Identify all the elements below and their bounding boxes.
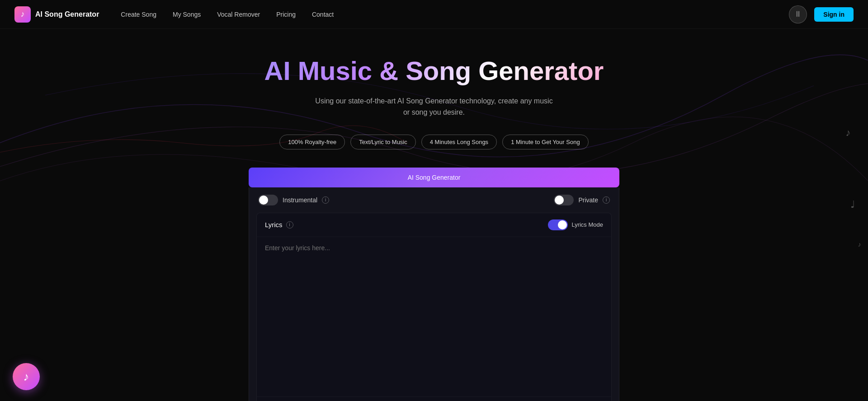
main-content: AI Music & Song Generator Using our stat… (0, 29, 868, 401)
private-info-icon[interactable]: i (603, 196, 610, 204)
brand-icon: ♪ (14, 6, 31, 23)
private-toggle-group: Private i (554, 195, 610, 205)
nav-link-vocal-remover[interactable]: Vocal Remover (217, 11, 260, 18)
instrumental-info-icon[interactable]: i (322, 196, 329, 204)
badge-royalty-free: 100% Royalty-free (279, 135, 345, 149)
nav-links: Create Song My Songs Vocal Remover Prici… (121, 11, 789, 18)
avatar-button[interactable]: ⏸ (789, 5, 807, 23)
lyrics-input[interactable] (257, 237, 611, 395)
lyrics-section: Lyrics i Lyrics Mode AI Lyrics Generate … (256, 213, 612, 401)
navbar: ♪ AI Song Generator Create Song My Songs… (0, 0, 868, 29)
lyrics-mode-label: Lyrics Mode (571, 221, 603, 228)
nav-link-contact[interactable]: Contact (312, 11, 334, 18)
lyrics-info-icon[interactable]: i (286, 221, 293, 228)
lyrics-title-group: Lyrics i (265, 221, 293, 228)
hero-subtitle: Using our state-of-the-art AI Song Gener… (312, 95, 556, 118)
badge-long-songs: 4 Minutes Long Songs (421, 135, 497, 149)
lyrics-mode-group: Lyrics Mode (548, 219, 603, 230)
bottom-fab[interactable]: ♪ (13, 363, 40, 390)
fab-icon: ♪ (24, 370, 29, 384)
badge-text-lyric: Text/Lyric to Music (350, 135, 415, 149)
private-toggle[interactable] (554, 195, 574, 205)
nav-link-create-song[interactable]: Create Song (121, 11, 156, 18)
instrumental-label: Instrumental (283, 196, 317, 204)
nav-link-pricing[interactable]: Pricing (276, 11, 296, 18)
nav-link-my-songs[interactable]: My Songs (173, 11, 201, 18)
private-label: Private (578, 196, 598, 204)
brand[interactable]: ♪ AI Song Generator (14, 6, 99, 23)
card-toggles: Instrumental i Private i (249, 187, 619, 213)
feature-badges: 100% Royalty-free Text/Lyric to Music 4 … (279, 135, 588, 149)
navbar-right: ⏸ Sign in (789, 5, 854, 23)
tab-bar-label: AI Song Generator (408, 174, 461, 181)
badge-quick-gen: 1 Minute to Get Your Song (502, 135, 589, 149)
hero-title: AI Music & Song Generator (264, 56, 604, 86)
brand-name: AI Song Generator (35, 10, 99, 19)
lyrics-title: Lyrics (265, 221, 283, 228)
lyrics-header: Lyrics i Lyrics Mode (257, 213, 611, 237)
instrumental-toggle-group: Instrumental i (258, 195, 329, 205)
instrumental-toggle[interactable] (258, 195, 278, 205)
lyrics-mode-toggle[interactable] (548, 219, 568, 230)
lyrics-footer: AI Lyrics Generate ➤ 0 / 3000 (257, 396, 611, 401)
tab-bar[interactable]: AI Song Generator (249, 168, 619, 187)
signin-button[interactable]: Sign in (814, 7, 854, 22)
generator-card: Instrumental i Private i Lyrics i (249, 187, 619, 401)
